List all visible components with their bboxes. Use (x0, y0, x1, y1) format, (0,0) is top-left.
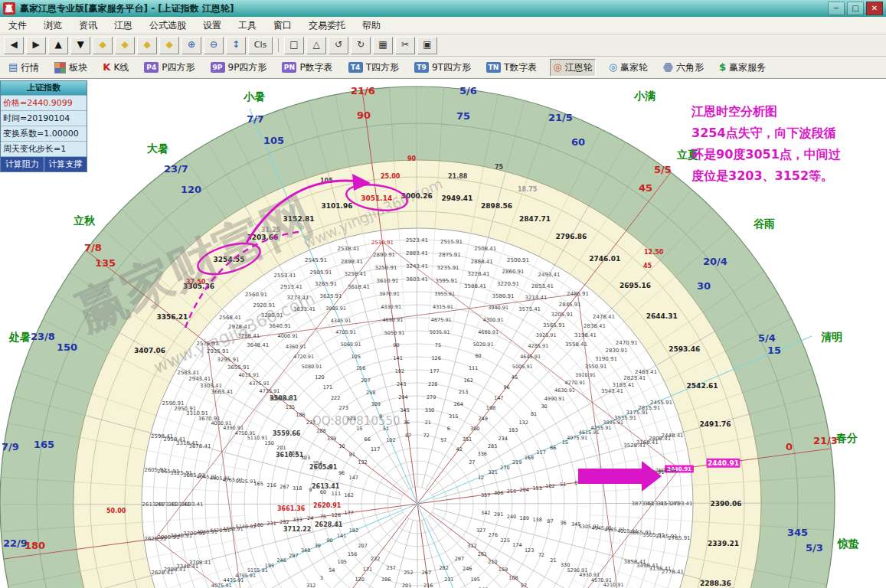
zoom-in-button[interactable]: ⊕ (181, 37, 201, 54)
svg-text:207: 207 (358, 543, 367, 549)
menu-item-交易委托[interactable]: 交易委托 (300, 18, 354, 34)
svg-text:2943.41: 2943.41 (188, 376, 211, 382)
menu-item-窗口[interactable]: 窗口 (265, 18, 300, 34)
back-button[interactable]: ◀ (4, 37, 24, 54)
svg-text:3712.22: 3712.22 (283, 526, 311, 533)
svg-text:234: 234 (498, 436, 507, 442)
计算支撑-button[interactable]: 计算支撑 (44, 157, 87, 172)
tool-赢家服务[interactable]: $赢家服务 (717, 60, 768, 76)
tool-行情[interactable]: ▤行情 (6, 60, 41, 76)
svg-text:5035.91: 5035.91 (430, 329, 450, 335)
svg-text:288: 288 (316, 428, 325, 434)
svg-text:90: 90 (393, 342, 399, 348)
svg-text:4690.91: 4690.91 (382, 317, 403, 323)
menu-item-江恩[interactable]: 江恩 (106, 18, 141, 34)
svg-text:66: 66 (550, 445, 556, 451)
svg-text:285: 285 (488, 443, 497, 449)
svg-text:3: 3 (320, 575, 323, 581)
diamond-4-button[interactable]: ◆ (159, 37, 179, 54)
svg-text:3661.36: 3661.36 (277, 505, 306, 512)
svg-text:3873.41: 3873.41 (632, 501, 654, 507)
svg-text:204: 204 (520, 487, 529, 493)
tool-9P四方形[interactable]: 9P9P四方形 (208, 60, 270, 76)
gann-wheel-chart: 2288.362339.212390.062440.912491.762542.… (0, 79, 886, 588)
svg-text:165: 165 (34, 439, 54, 450)
svg-text:小暑: 小暑 (243, 90, 265, 103)
diamond-2-button[interactable]: ◆ (115, 37, 135, 54)
pointer-up-button[interactable]: ▲ (48, 37, 68, 54)
menu-item-浏览[interactable]: 浏览 (35, 18, 70, 34)
tool-板块[interactable]: 板块 (52, 60, 90, 76)
svg-text:75: 75 (495, 164, 504, 171)
grid-tool-button[interactable]: ▦ (373, 37, 393, 54)
svg-text:57: 57 (521, 583, 527, 588)
tool-P四方形[interactable]: P4P四方形 (142, 60, 197, 76)
tool-T四方形[interactable]: T4T四方形 (346, 60, 401, 76)
svg-text:小满: 小满 (633, 90, 656, 102)
svg-text:186: 186 (381, 577, 391, 583)
rotate-ccw-button[interactable]: ↺ (329, 37, 348, 54)
svg-text:4645.91: 4645.91 (520, 354, 541, 360)
svg-text:330: 330 (561, 562, 570, 568)
svg-text:81: 81 (531, 411, 537, 417)
T4-badge-icon: T4 (348, 62, 363, 73)
svg-text:15: 15 (767, 345, 781, 356)
svg-text:4315.91: 4315.91 (433, 304, 453, 310)
svg-text:177: 177 (345, 510, 354, 516)
svg-text:3558.41: 3558.41 (565, 341, 587, 348)
svg-text:3559.66: 3559.66 (273, 430, 301, 437)
svg-text:231: 231 (444, 577, 453, 583)
tool-六角形[interactable]: 六角形 (661, 60, 706, 76)
menu-item-公式选股[interactable]: 公式选股 (141, 18, 195, 34)
forward-button[interactable]: ▶ (26, 37, 46, 54)
pointer-down-button[interactable]: ▼ (70, 37, 90, 54)
svg-text:4270.91: 4270.91 (565, 380, 586, 386)
menu-item-资讯[interactable]: 资讯 (70, 18, 106, 34)
svg-text:2845.91: 2845.91 (559, 302, 581, 308)
diamond-3-button[interactable]: ◆ (137, 37, 157, 54)
svg-text:42: 42 (456, 446, 463, 452)
menu-item-工具[interactable]: 工具 (230, 18, 265, 34)
rotate-cw-button[interactable]: ↻ (351, 37, 371, 54)
rect-tool-button[interactable]: □ (284, 37, 304, 54)
measure-button[interactable]: ↕ (226, 37, 246, 54)
menu-item-文件[interactable]: 文件 (0, 18, 35, 34)
svg-text:2913.41: 2913.41 (280, 284, 302, 290)
svg-text:75: 75 (456, 110, 470, 122)
svg-text:21/3: 21/3 (813, 435, 838, 446)
svg-text:2949.41: 2949.41 (441, 194, 472, 202)
capture-tool-button[interactable]: ▣ (417, 37, 437, 54)
triangle-tool-button[interactable]: △ (306, 37, 326, 54)
menu-item-设置[interactable]: 设置 (195, 18, 230, 34)
svg-text:312: 312 (467, 543, 476, 549)
tool-江恩轮[interactable]: ◎江恩轮 (550, 59, 595, 77)
tool-9T四方形[interactable]: T99T四方形 (412, 60, 473, 76)
tool-P数字表[interactable]: PNP数字表 (280, 60, 335, 76)
计算阻力-button[interactable]: 计算阻力 (1, 157, 44, 172)
svg-text:3190.91: 3190.91 (595, 356, 617, 362)
svg-text:4990.91: 4990.91 (544, 396, 565, 402)
maximize-button[interactable]: □ (847, 2, 864, 15)
svg-text:345: 345 (400, 407, 409, 413)
svg-text:147: 147 (349, 475, 358, 481)
cut-tool-button[interactable]: ✂ (395, 37, 415, 54)
svg-text:21.88: 21.88 (448, 173, 468, 180)
diamond-1-button[interactable]: ◆ (93, 37, 113, 54)
window-title: 赢家江恩专业版[赢家服务平台] - [上证指数 江恩轮] (20, 2, 823, 15)
svg-text:2508.41: 2508.41 (474, 246, 496, 252)
svg-text:2620.91: 2620.91 (313, 502, 342, 509)
tool-T数字表[interactable]: TNT数字表 (484, 60, 539, 76)
zoom-out-button[interactable]: ⊖ (204, 37, 224, 54)
cls-button[interactable]: Cls (248, 37, 273, 54)
svg-text:171: 171 (363, 567, 372, 573)
svg-text:81: 81 (349, 452, 355, 458)
minimize-button[interactable]: ─ (828, 2, 845, 15)
menu-item-帮助[interactable]: 帮助 (354, 18, 389, 34)
tool-赢家轮[interactable]: ◎赢家轮 (606, 60, 650, 76)
tool-K线[interactable]: KK线 (100, 60, 131, 76)
svg-text:2538.41: 2538.41 (338, 246, 360, 252)
svg-text:2440.91: 2440.91 (708, 459, 739, 467)
svg-text:2644.31: 2644.31 (646, 312, 678, 320)
svg-text:108: 108 (508, 575, 518, 581)
close-button[interactable]: ✕ (866, 2, 883, 15)
